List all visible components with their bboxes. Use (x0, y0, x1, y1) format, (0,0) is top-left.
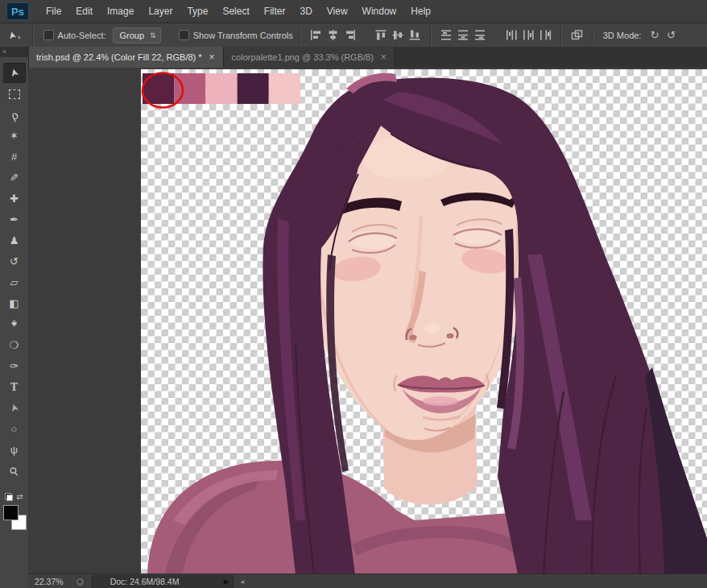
tool-rectangular-marquee[interactable] (3, 84, 26, 104)
sync-status-icon (75, 577, 85, 587)
magic-wand-icon: ✶ (10, 130, 19, 141)
tool-clone-stamp[interactable]: ♟ (3, 230, 26, 251)
switch-colors-icon[interactable]: ⇄ (16, 492, 23, 501)
align-bottom-edges-button[interactable] (407, 28, 423, 42)
menu-type[interactable]: Type (180, 6, 215, 17)
tool-preset-picker[interactable]: ➤ ▾ (8, 30, 21, 41)
healing-brush-icon: ✚ (10, 193, 19, 204)
tab-trish-psd[interactable]: trish.psd @ 22.4% (Color Fill 22, RGB/8)… (28, 47, 224, 68)
tool-dodge[interactable]: ❍ (3, 335, 26, 355)
photoshop-window: { "app": { "logo": "Ps" }, "menubar": { … (0, 0, 707, 588)
panel-collapse-handle[interactable]: » (0, 47, 28, 57)
distribute-horizontal-centers-button[interactable] (521, 28, 536, 42)
brush-icon: ✒ (10, 214, 19, 225)
tool-eyedropper[interactable]: ✎ (3, 168, 26, 188)
menu-layer[interactable]: Layer (141, 6, 180, 17)
history-brush-icon: ↺ (10, 256, 19, 267)
pen-icon: ✑ (10, 361, 19, 371)
tab-close-icon[interactable]: × (209, 52, 215, 63)
tool-hand[interactable]: ψ (3, 440, 26, 460)
distribute-left-edges-button[interactable] (504, 28, 519, 42)
menu-image[interactable]: Image (100, 6, 141, 17)
auto-select-mode-value: Group (120, 31, 145, 40)
hand-icon: ψ (10, 445, 18, 455)
distribute-bottom-edges-button[interactable] (473, 28, 488, 42)
menu-select[interactable]: Select (215, 6, 256, 17)
tool-ellipse[interactable]: ○ (3, 419, 26, 439)
pasted-color-palette (143, 73, 300, 108)
tool-lasso[interactable]: ρ (3, 105, 26, 125)
move-icon: ➤ (8, 68, 20, 79)
align-right-edges-button[interactable] (342, 28, 358, 42)
align-left-edges-button[interactable] (308, 28, 324, 42)
3d-orbit-icon[interactable]: ↻ (650, 29, 659, 41)
status-flyout-icon[interactable]: ▶ (224, 578, 229, 586)
tool-spot-healing-brush[interactable]: ✚ (3, 188, 26, 209)
menu-3d[interactable]: 3D (292, 6, 319, 17)
document-sizes-text: Doc: 24.6M/98.4M (110, 577, 180, 586)
tool-gradient[interactable]: ◧ (3, 293, 26, 313)
auto-align-layers-button[interactable] (569, 28, 585, 42)
tool-magic-wand[interactable]: ✶ (3, 126, 26, 146)
ellipse-icon: ○ (11, 424, 18, 434)
type-icon: T (10, 382, 18, 393)
eraser-icon: ▱ (10, 277, 19, 288)
tool-path-selection[interactable]: ➤ (3, 398, 26, 418)
eyedropper-icon: ✎ (10, 172, 19, 183)
auto-select-label: Auto-Select: (58, 31, 106, 40)
palette-swatch-2 (205, 73, 237, 104)
crop-icon: # (11, 151, 17, 162)
default-colors-button[interactable] (5, 493, 13, 501)
tool-type[interactable]: T (3, 377, 26, 397)
menu-view[interactable]: View (320, 6, 355, 17)
tab-close-icon[interactable]: × (381, 52, 387, 63)
foreground-color-swatch[interactable] (3, 505, 19, 520)
3d-roll-icon[interactable]: ↺ (667, 29, 676, 41)
tool-eraser[interactable]: ▱ (3, 272, 26, 292)
auto-select-checkbox[interactable] (43, 30, 54, 40)
menu-help[interactable]: Help (403, 6, 438, 17)
palette-swatch-4 (269, 73, 300, 104)
tab-title: colorpalette1.png @ 33.3% (RGB/8) (232, 52, 374, 62)
color-swatches (2, 504, 27, 532)
photoshop-logo: Ps (6, 2, 29, 20)
path-selection-icon: ➤ (8, 403, 20, 414)
menu-window[interactable]: Window (355, 6, 404, 17)
marquee-icon (9, 89, 20, 99)
document-canvas[interactable] (141, 69, 707, 574)
menu-filter[interactable]: Filter (257, 6, 293, 17)
distribute-right-edges-button[interactable] (538, 28, 553, 42)
tab-colorpalette1-png[interactable]: colorpalette1.png @ 33.3% (RGB/8) × (224, 47, 395, 68)
lasso-icon: ρ (9, 108, 19, 121)
tool-pen[interactable]: ✑ (3, 356, 26, 376)
tab-title: trish.psd @ 22.4% (Color Fill 22, RGB/8)… (36, 52, 202, 62)
tool-brush[interactable]: ✒ (3, 209, 26, 230)
zoom-level-field[interactable]: 22.37% (35, 577, 64, 586)
divider (32, 27, 34, 44)
tool-blur[interactable]: ♠ (3, 314, 26, 334)
menu-file[interactable]: File (39, 6, 68, 17)
scroll-left-icon[interactable]: ◂ (241, 578, 245, 586)
distribute-vertical-centers-button[interactable] (456, 28, 471, 42)
menu-bar: Ps File Edit Image Layer Type Select Fil… (0, 0, 707, 23)
align-top-edges-button[interactable] (374, 28, 389, 42)
options-bar: ➤ ▾ Auto-Select: Group ⇅ Show Transform … (0, 23, 707, 48)
tool-zoom[interactable]: ⚲ (3, 461, 26, 481)
auto-select-mode-dropdown[interactable]: Group ⇅ (113, 27, 161, 43)
divider (592, 27, 593, 44)
tool-history-brush[interactable]: ↺ (3, 251, 26, 271)
align-vertical-centers-button[interactable] (391, 28, 406, 42)
divider (430, 27, 432, 44)
status-bar: 22.37% Doc: 24.6M/98.4M ▶ ◂ (28, 574, 707, 588)
zoom-icon: ⚲ (7, 464, 21, 478)
gradient-icon: ◧ (9, 298, 19, 308)
show-transform-label: Show Transform Controls (193, 31, 293, 40)
clone-stamp-icon: ♟ (10, 235, 19, 246)
palette-swatch-3 (238, 73, 269, 104)
distribute-top-edges-button[interactable] (439, 28, 454, 42)
show-transform-checkbox[interactable] (179, 30, 189, 40)
align-horizontal-centers-button[interactable] (325, 28, 341, 42)
menu-edit[interactable]: Edit (68, 6, 100, 17)
tool-crop[interactable]: # (3, 147, 26, 167)
tool-move[interactable]: ➤ (3, 63, 26, 83)
